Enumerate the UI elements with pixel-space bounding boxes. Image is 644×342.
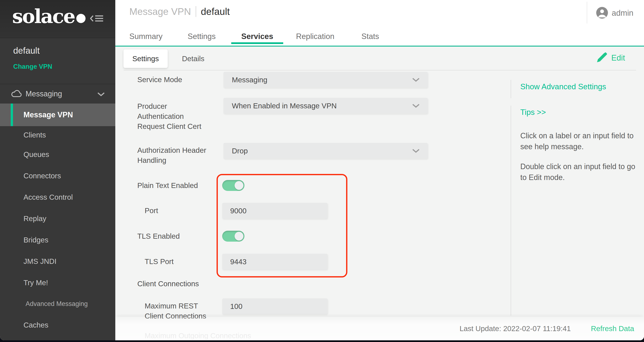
page-title: Message VPN default xyxy=(129,6,230,17)
sidebar-menu: Messaging Message VPN Clients Queues Con… xyxy=(0,84,115,336)
user-name[interactable]: admin xyxy=(612,8,634,18)
label-line: Request Client Cert xyxy=(137,121,215,132)
max-rest-client-connections-input[interactable] xyxy=(222,298,328,314)
sidebar-item-label: Message VPN xyxy=(24,110,73,119)
vpn-block: default Change VPN xyxy=(0,38,115,84)
tls-port-label[interactable]: TLS Port xyxy=(145,256,223,266)
main-area: Message VPN default Summary Settings Ser… xyxy=(115,0,644,340)
edit-button[interactable]: Edit xyxy=(596,51,625,64)
auth-header-handling-select[interactable]: Drop xyxy=(224,143,428,159)
auth-header-handling-label[interactable]: Authorization Header Handling xyxy=(137,145,215,165)
sidebar-item-queues[interactable]: Queues xyxy=(0,144,115,165)
help-text-line: Click on a label or an input field to xyxy=(520,130,634,141)
services-settings-panel: Settings Details Edit Service Mode Messa… xyxy=(115,46,644,340)
user-divider xyxy=(587,2,587,24)
producer-auth-label[interactable]: Producer Authentication Request Client C… xyxy=(137,101,215,132)
solace-logo-dot-icon xyxy=(76,14,86,23)
help-paragraph-1: Click on a label or an input field to se… xyxy=(520,130,634,152)
tab-settings[interactable]: Settings xyxy=(188,29,216,44)
page-title-prefix: Message VPN xyxy=(129,6,191,17)
solace-logo: solace xyxy=(12,7,86,26)
port-label[interactable]: Port xyxy=(145,206,223,216)
help-text-line: see help message. xyxy=(520,141,634,152)
sidebar-logo-block: solace xyxy=(0,0,115,38)
auth-header-handling-value: Drop xyxy=(232,147,248,155)
topbar: Message VPN default Summary Settings Ser… xyxy=(115,0,644,46)
sidebar-group-label: Messaging xyxy=(26,90,62,98)
panel-divider xyxy=(511,80,511,98)
sidebar-item-bridges[interactable]: Bridges xyxy=(0,229,115,251)
port-input[interactable] xyxy=(222,203,328,219)
solace-logo-text: solace xyxy=(12,5,75,28)
sidebar-item-label: Bridges xyxy=(24,236,48,244)
label-line: Producer xyxy=(137,101,215,111)
sidebar-item-jms-jndi[interactable]: JMS JNDI xyxy=(0,251,115,272)
subtab-settings[interactable]: Settings xyxy=(124,50,168,68)
client-connections-section-label[interactable]: Client Connections xyxy=(137,280,199,288)
panel-divider xyxy=(511,106,511,316)
sidebar-item-access-control[interactable]: Access Control xyxy=(0,186,115,208)
current-vpn-name: default xyxy=(13,46,40,56)
help-paragraph-2: Double click on an input field to go to … xyxy=(520,161,635,183)
service-mode-label[interactable]: Service Mode xyxy=(137,74,215,85)
service-mode-select[interactable]: Messaging xyxy=(224,72,428,88)
cloud-icon xyxy=(11,90,22,98)
sidebar-item-clients[interactable]: Clients xyxy=(0,126,115,144)
pencil-icon xyxy=(596,52,608,64)
tips-link[interactable]: Tips >> xyxy=(520,108,546,117)
plain-text-enabled-toggle[interactable] xyxy=(222,180,244,191)
tls-enabled-label[interactable]: TLS Enabled xyxy=(137,231,215,241)
help-text-line: Double click on an input field to go xyxy=(520,161,635,172)
sidebar-item-connectors[interactable]: Connectors xyxy=(0,165,115,186)
sidebar-subgroup-label: Advanced Messaging xyxy=(26,300,88,308)
sidebar: solace default Change VPN Messaging xyxy=(0,0,115,340)
sidebar-item-label: Replay xyxy=(24,214,46,223)
sidebar-item-label: Queues xyxy=(24,150,49,159)
plain-text-enabled-label[interactable]: Plain Text Enabled xyxy=(137,180,215,190)
chevron-down-icon xyxy=(97,92,105,97)
solace-pubsub-manager: solace default Change VPN Messaging xyxy=(0,0,644,342)
producer-auth-select[interactable]: When Enabled in Message VPN xyxy=(224,98,428,114)
tls-port-input[interactable] xyxy=(222,254,328,270)
sidebar-item-caches[interactable]: Caches xyxy=(0,314,115,336)
help-text-line: to Edit mode. xyxy=(520,172,635,183)
edit-button-label: Edit xyxy=(611,54,625,62)
chevron-down-icon xyxy=(412,104,420,109)
toolbar-divider xyxy=(124,70,636,70)
sidebar-item-label: Try Me! xyxy=(24,278,48,287)
subtab-details[interactable]: Details xyxy=(182,50,204,68)
tls-enabled-toggle[interactable] xyxy=(222,231,244,242)
label-line: Maximum REST xyxy=(145,301,223,311)
status-footer: Last Update: 2022-02-07 11:19:41 Refresh… xyxy=(115,317,644,340)
toggle-knob xyxy=(234,232,244,240)
sidebar-item-message-vpn[interactable]: Message VPN xyxy=(0,104,115,126)
tab-services[interactable]: Services xyxy=(241,29,273,44)
selected-indicator xyxy=(11,104,13,126)
sidebar-item-label: Access Control xyxy=(24,193,73,202)
user-avatar-icon[interactable] xyxy=(596,7,608,19)
show-advanced-settings-link[interactable]: Show Advanced Settings xyxy=(520,82,606,91)
tab-summary[interactable]: Summary xyxy=(129,29,162,44)
producer-auth-value: When Enabled in Message VPN xyxy=(232,102,337,110)
sidebar-item-label: Clients xyxy=(24,131,46,139)
tab-stats[interactable]: Stats xyxy=(362,29,379,44)
toggle-knob xyxy=(234,181,244,190)
sidebar-item-label: JMS JNDI xyxy=(24,257,56,266)
sidebar-item-label: Connectors xyxy=(24,172,61,180)
chevron-down-icon xyxy=(412,78,420,83)
last-update-timestamp: Last Update: 2022-02-07 11:19:41 xyxy=(460,324,571,333)
title-separator xyxy=(196,6,196,17)
tab-replication[interactable]: Replication xyxy=(296,29,334,44)
label-line: Handling xyxy=(137,155,215,165)
label-line: Authentication xyxy=(137,111,215,121)
sidebar-item-label: Caches xyxy=(24,321,48,329)
chevron-down-icon xyxy=(412,149,420,154)
collapse-sidebar-icon[interactable] xyxy=(90,14,104,23)
sidebar-item-try-me[interactable]: Try Me! xyxy=(0,272,115,294)
change-vpn-link[interactable]: Change VPN xyxy=(13,63,52,70)
refresh-data-link[interactable]: Refresh Data xyxy=(591,324,634,333)
app-window: solace default Change VPN Messaging xyxy=(0,0,644,340)
sidebar-group-messaging[interactable]: Messaging xyxy=(0,84,115,104)
sidebar-item-replay[interactable]: Replay xyxy=(0,208,115,229)
label-line: Authorization Header xyxy=(137,145,215,155)
